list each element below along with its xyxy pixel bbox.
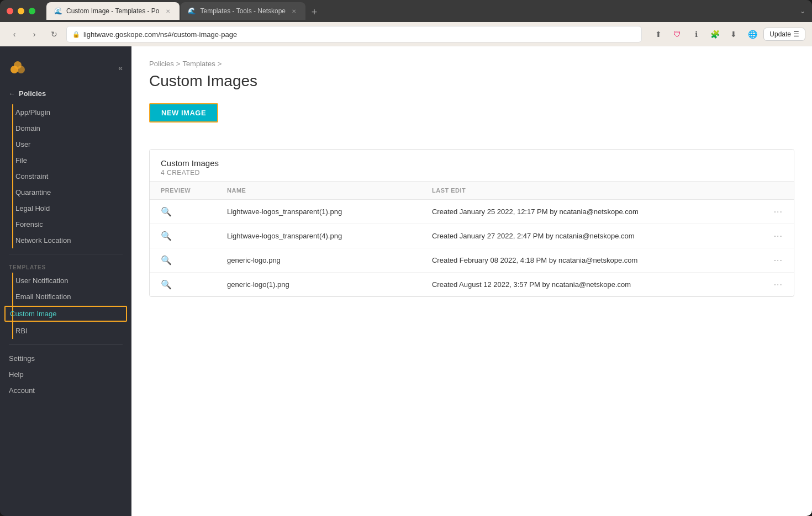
tab-close-1[interactable]: ✕ xyxy=(164,7,172,15)
sidebar-item-label: User xyxy=(15,140,30,148)
preview-zoom-icon-1[interactable]: 🔍 xyxy=(161,207,172,216)
new-image-button-container: NEW IMAGE xyxy=(149,103,794,136)
breadcrumb-templates[interactable]: Templates xyxy=(182,60,215,68)
back-nav-button[interactable]: ‹ xyxy=(7,26,22,42)
sidebar-item-custom-image-container: Custom Image xyxy=(4,306,127,322)
sidebar-item-constraint[interactable]: Constraint xyxy=(0,168,131,184)
logo-svg xyxy=(9,60,31,76)
breadcrumb-policies[interactable]: Policies xyxy=(149,60,174,68)
table-count: 4 CREATED xyxy=(161,169,783,177)
templates-items-section: User Notification Email Notification Cus… xyxy=(0,273,131,339)
sidebar-account-label: Account xyxy=(9,386,35,395)
more-options-button-2[interactable]: ··· xyxy=(774,231,783,241)
actions-cell-3: ··· xyxy=(763,248,794,273)
policies-label: Policies xyxy=(19,89,46,98)
sidebar-item-label: File xyxy=(15,156,27,164)
breadcrumb-sep-1: > xyxy=(176,60,181,68)
new-image-button[interactable]: NEW IMAGE xyxy=(149,103,218,123)
content-inner: Policies > Templates > Custom Images NEW… xyxy=(131,46,812,310)
sidebar-item-network-location[interactable]: Network Location xyxy=(0,232,131,248)
logo xyxy=(9,60,31,76)
titlebar: 🌊 Custom Image - Templates - Po ✕ 🌊 Temp… xyxy=(0,0,812,22)
sidebar-item-user-notification[interactable]: User Notification xyxy=(0,273,131,289)
custom-images-table-container: Custom Images 4 CREATED PREVIEW NAME LAS… xyxy=(149,149,794,297)
tab-label-2: Templates - Tools - Netskope xyxy=(201,7,286,15)
tab-icon-1: 🌊 xyxy=(54,7,62,15)
more-options-button-3[interactable]: ··· xyxy=(774,256,783,265)
sidebar-item-legal-hold[interactable]: Legal Hold xyxy=(0,200,131,216)
sidebar-item-settings[interactable]: Settings xyxy=(0,350,131,366)
sidebar-item-label: User Notification xyxy=(15,276,68,285)
maximize-button[interactable] xyxy=(29,8,35,14)
preview-cell-4: 🔍 xyxy=(150,273,216,297)
actions-cell-1: ··· xyxy=(763,200,794,224)
actions-cell-2: ··· xyxy=(763,224,794,248)
tab-expand-icon[interactable]: ⌄ xyxy=(800,7,805,15)
url-text: lightwave.goskope.com/ns#/custom-image-p… xyxy=(83,30,237,39)
shield-icon[interactable]: 🛡 xyxy=(669,26,685,42)
actions-cell-4: ··· xyxy=(763,273,794,297)
tab-custom-image[interactable]: 🌊 Custom Image - Templates - Po ✕ xyxy=(46,2,180,20)
sidebar-item-label: Forensic xyxy=(15,220,43,228)
sidebar-item-label: RBI xyxy=(15,327,28,335)
sidebar-item-app-plugin[interactable]: App/Plugin xyxy=(0,104,131,120)
sidebar-item-domain[interactable]: Domain xyxy=(0,120,131,136)
sidebar-item-custom-image[interactable]: Custom Image xyxy=(6,307,126,321)
col-actions xyxy=(763,182,794,200)
last-edit-cell-2: Created January 27 2022, 2:47 PM by ncat… xyxy=(421,224,763,248)
address-input[interactable]: 🔒 lightwave.goskope.com/ns#/custom-image… xyxy=(66,26,642,42)
toolbar-icons: ⬆ 🛡 ℹ 🧩 ⬇ 🌐 Update ☰ xyxy=(651,26,805,42)
back-arrow-icon: ← xyxy=(9,90,15,98)
more-options-button-4[interactable]: ··· xyxy=(774,280,783,289)
netskope-icon[interactable]: 🌐 xyxy=(745,26,760,42)
sidebar-item-user[interactable]: User xyxy=(0,136,131,152)
preview-zoom-icon-4[interactable]: 🔍 xyxy=(161,280,172,289)
download-icon[interactable]: ⬇ xyxy=(726,26,741,42)
svg-point-2 xyxy=(14,61,22,69)
new-tab-button[interactable]: + xyxy=(307,4,322,20)
main-content: Policies > Templates > Custom Images NEW… xyxy=(131,46,812,516)
sidebar-item-forensic[interactable]: Forensic xyxy=(0,216,131,232)
close-button[interactable] xyxy=(7,8,13,14)
share-icon[interactable]: ⬆ xyxy=(651,26,666,42)
more-options-button-1[interactable]: ··· xyxy=(774,207,783,216)
tab-templates[interactable]: 🌊 Templates - Tools - Netskope ✕ xyxy=(181,2,306,20)
sidebar-item-label: Email Notification xyxy=(15,292,71,301)
sidebar-collapse-button[interactable]: « xyxy=(118,63,123,72)
sidebar-item-help[interactable]: Help xyxy=(0,366,131,382)
forward-nav-button[interactable]: › xyxy=(27,26,42,42)
sidebar-item-email-notification[interactable]: Email Notification xyxy=(0,289,131,305)
nav-items-section: App/Plugin Domain User File Constraint Q… xyxy=(0,104,131,248)
sidebar: « ← Policies App/Plugin Domain User xyxy=(0,46,131,516)
reload-button[interactable]: ↻ xyxy=(46,26,62,42)
sidebar-item-label: Constraint xyxy=(15,172,48,180)
breadcrumb: Policies > Templates > xyxy=(149,60,794,68)
table-row: 🔍 generic-logo(1).png Created August 12 … xyxy=(150,273,794,297)
preview-cell-1: 🔍 xyxy=(150,200,216,224)
sidebar-policies-header[interactable]: ← Policies xyxy=(0,87,131,100)
sidebar-item-quarantine[interactable]: Quarantine xyxy=(0,184,131,200)
info-icon[interactable]: ℹ xyxy=(688,26,704,42)
update-menu-icon: ☰ xyxy=(793,30,799,38)
last-edit-cell-4: Created August 12 2022, 3:57 PM by ncata… xyxy=(421,273,763,297)
table-row: 🔍 Lightwave-logos_transparent(4).png Cre… xyxy=(150,224,794,248)
update-button[interactable]: Update ☰ xyxy=(763,28,805,41)
preview-zoom-icon-2[interactable]: 🔍 xyxy=(161,231,172,241)
breadcrumb-sep-2: > xyxy=(218,60,222,68)
address-bar: ‹ › ↻ 🔒 lightwave.goskope.com/ns#/custom… xyxy=(0,22,812,46)
tab-close-2[interactable]: ✕ xyxy=(290,7,298,15)
minimize-button[interactable] xyxy=(18,8,24,14)
main-layout: « ← Policies App/Plugin Domain User xyxy=(0,46,812,516)
sidebar-item-rbi[interactable]: RBI xyxy=(0,323,131,339)
sidebar-logo: « xyxy=(0,55,131,87)
extensions-icon[interactable]: 🧩 xyxy=(707,26,723,42)
preview-zoom-icon-3[interactable]: 🔍 xyxy=(161,256,172,265)
sidebar-item-file[interactable]: File xyxy=(0,152,131,168)
page-title: Custom Images xyxy=(149,72,794,90)
sidebar-item-account[interactable]: Account xyxy=(0,382,131,398)
last-edit-cell-3: Created February 08 2022, 4:18 PM by nca… xyxy=(421,248,763,273)
name-cell-2: Lightwave-logos_transparent(4).png xyxy=(216,224,421,248)
preview-cell-3: 🔍 xyxy=(150,248,216,273)
name-cell-1: Lightwave-logos_transparent(1).png xyxy=(216,200,421,224)
tabs-bar: 🌊 Custom Image - Templates - Po ✕ 🌊 Temp… xyxy=(46,2,322,20)
